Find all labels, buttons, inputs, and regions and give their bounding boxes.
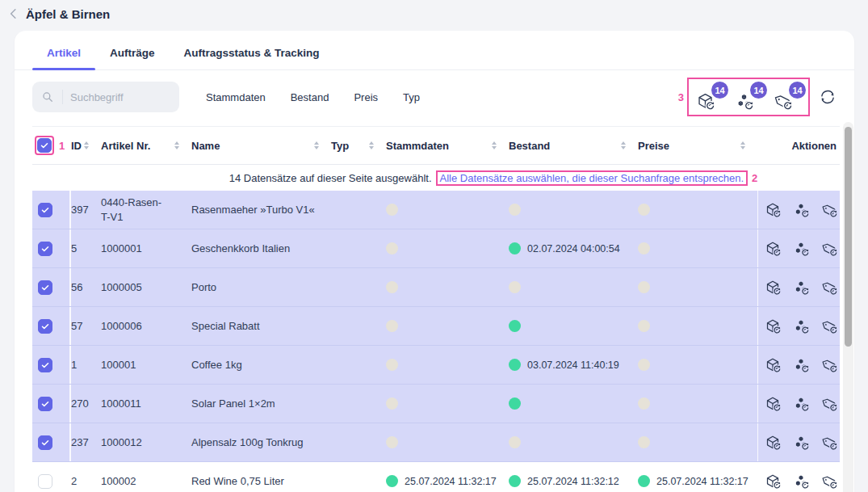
annotation-3-box: 14 14 14 [687,78,810,116]
table-row: 397 0440-Rasen-T-V1 Rasenmaeher »Turbo V… [32,191,840,229]
row-price-sync-button[interactable] [821,357,837,373]
row-stock-sync-button[interactable] [793,280,809,296]
row-article-sync-button[interactable] [765,435,781,451]
preise-status-dot [638,436,650,448]
price-sync-icon [821,318,837,334]
table-row: 1 100001 Coffee 1kg 03.07.2024 11:40:19 [32,346,840,385]
row-price-sync-button[interactable] [821,280,837,296]
stock-sync-button[interactable]: 14 [735,82,760,112]
bestand-sync-date: 03.07.2024 11:40:19 [527,360,619,371]
col-preise: Preise [638,140,669,152]
article-sync-button[interactable]: 14 [696,82,721,112]
bestand-status-dot [509,281,521,293]
row-checkbox[interactable] [38,397,52,411]
row-checkbox[interactable] [38,435,52,450]
cell-bestand-status: 03.07.2024 11:40:19 [509,346,638,384]
filter-preis[interactable]: Preis [354,91,378,103]
row-price-sync-button[interactable] [821,241,837,257]
sort-name-icon[interactable] [312,140,321,152]
bestand-status-dot [509,242,521,254]
stock-sync-icon [793,318,809,334]
cell-name: Solar Panel 1×2m [191,385,331,423]
cell-preise-status [638,385,757,423]
cell-typ [331,462,386,492]
filter-stammdaten[interactable]: Stammdaten [206,91,266,103]
cell-article-no: 1000011 [101,385,175,423]
row-checkbox[interactable] [38,280,52,295]
check-icon [40,360,50,370]
topbar: Äpfel & Birnen [0,0,868,27]
search-placeholder: Suchbegriff [70,91,124,103]
tab-artikel[interactable]: Artikel [32,47,95,69]
selection-info-text: 14 Datensätze auf dieser Seite ausgewähl… [229,172,432,184]
stammdaten-status-dot [386,359,398,371]
page-title: Äpfel & Birnen [26,7,110,21]
row-article-sync-button[interactable] [765,318,781,334]
cell-article-no: 100002 [101,462,175,492]
cell-preise-status [638,268,757,306]
row-price-sync-button[interactable] [821,473,837,490]
selection-info-row: 14 Datensätze auf dieser Seite ausgewähl… [32,165,840,191]
filter-typ[interactable]: Typ [403,91,420,103]
price-sync-button[interactable]: 14 [774,82,799,112]
cell-bestand-status: 02.07.2024 04:00:54 [509,229,638,267]
row-price-sync-button[interactable] [821,396,837,412]
refresh-button[interactable] [819,87,838,107]
bestand-status-dot [509,359,521,371]
cell-aktionen [757,229,840,267]
row-stock-sync-button[interactable] [793,318,809,334]
article-sync-icon [765,357,781,373]
sort-typ-icon[interactable] [367,140,375,152]
row-article-sync-button[interactable] [765,473,781,490]
bestand-status-dot [509,475,521,487]
stock-sync-icon [793,202,809,218]
select-all-checkbox[interactable] [37,138,52,153]
tab-auftragsstatus-tracking[interactable]: Auftragsstatus & Tracking [170,47,334,69]
row-price-sync-button[interactable] [821,318,837,334]
annotation-2: 2 [752,172,757,184]
back-button[interactable] [3,3,24,24]
table-body: 397 0440-Rasen-T-V1 Rasenmaeher »Turbo V… [32,191,840,492]
annotation-3: 3 [678,91,684,103]
row-article-sync-button[interactable] [765,241,781,257]
check-icon [40,322,50,331]
sort-bestand-icon[interactable] [619,140,627,152]
row-price-sync-button[interactable] [821,435,837,451]
cell-typ [331,307,386,345]
row-stock-sync-button[interactable] [793,435,809,451]
stammdaten-sync-date: 25.07.2024 11:32:17 [405,476,497,487]
sort-artikel-nr-icon[interactable] [173,140,181,152]
sort-preise-icon[interactable] [739,140,747,152]
row-stock-sync-button[interactable] [793,357,809,373]
row-article-sync-button[interactable] [765,280,781,296]
stock-sync-badge: 14 [750,82,767,99]
cell-stammdaten-status [386,229,509,267]
filter-bestand[interactable]: Bestand [291,91,329,103]
bestand-sync-date: 02.07.2024 04:00:54 [527,243,620,254]
row-checkbox[interactable] [38,358,52,372]
cell-article-no: 0440-Rasen-T-V1 [101,191,175,229]
row-article-sync-button[interactable] [765,396,781,412]
tab-auftraege[interactable]: Aufträge [95,47,170,69]
check-icon [40,283,50,292]
row-price-sync-button[interactable] [821,202,837,218]
select-all-matching-link[interactable]: Alle Datensätze auswählen, die dieser Su… [436,170,748,186]
row-article-sync-button[interactable] [765,357,781,373]
scrollbar-thumb[interactable] [845,127,852,347]
row-checkbox[interactable] [38,319,52,334]
article-sync-icon [765,435,781,451]
stock-sync-icon [793,241,809,257]
row-article-sync-button[interactable] [765,202,781,218]
sort-id-icon[interactable] [82,140,90,152]
row-stock-sync-button[interactable] [793,473,809,490]
cell-id: 57 [71,307,101,345]
row-stock-sync-button[interactable] [793,396,809,412]
row-stock-sync-button[interactable] [793,202,809,218]
row-checkbox[interactable] [38,474,52,489]
row-checkbox[interactable] [38,242,52,256]
cell-id: 237 [71,423,101,461]
sort-stammdaten-icon[interactable] [490,140,498,152]
row-checkbox[interactable] [38,203,52,217]
search-input[interactable]: Suchbegriff [32,82,179,112]
row-stock-sync-button[interactable] [793,241,809,257]
